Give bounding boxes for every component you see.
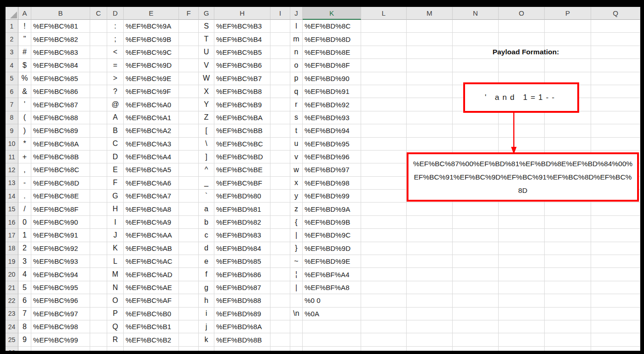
cell-O1[interactable]	[499, 20, 545, 33]
cell-M25[interactable]	[407, 333, 453, 346]
cell-H12[interactable]: %EF%BC%BE	[214, 163, 270, 176]
cell-D3[interactable]: <	[107, 46, 124, 59]
cell-C12[interactable]	[90, 163, 107, 176]
cell-P16[interactable]	[545, 216, 591, 229]
cell-H4[interactable]: %EF%BC%B6	[214, 59, 270, 72]
cell-M6[interactable]	[407, 85, 453, 98]
cell-K22[interactable]: %0 0	[303, 294, 361, 307]
cell-F2[interactable]	[179, 33, 199, 46]
cell-L14[interactable]	[361, 190, 407, 203]
cell-F17[interactable]	[179, 229, 199, 242]
cell-A18[interactable]: 2	[18, 242, 31, 255]
cell-J24[interactable]	[290, 320, 303, 333]
cell-L11[interactable]	[361, 151, 407, 163]
cell-A7[interactable]: '	[18, 98, 31, 111]
cell-P10[interactable]	[545, 138, 591, 151]
cell-L26[interactable]	[361, 347, 407, 351]
cell-D17[interactable]: J	[107, 229, 124, 242]
row-header-24[interactable]: 24	[6, 320, 18, 333]
cell-I21[interactable]	[270, 281, 290, 294]
cell-L7[interactable]	[361, 98, 407, 111]
cell-D7[interactable]: @	[107, 98, 124, 111]
cell-E3[interactable]: %EF%BC%9C	[124, 46, 179, 59]
cell-E10[interactable]: %EF%BC%A3	[124, 138, 179, 151]
cell-C25[interactable]	[90, 333, 107, 346]
cell-A12[interactable]: ,	[18, 163, 31, 176]
cell-C19[interactable]	[90, 255, 107, 268]
cell-F23[interactable]	[179, 308, 199, 320]
cell-F26[interactable]	[179, 347, 199, 351]
cell-M20[interactable]	[407, 268, 453, 281]
cell-Q19[interactable]	[591, 255, 640, 268]
cell-A21[interactable]: 5	[18, 281, 31, 294]
cell-F4[interactable]	[179, 59, 199, 72]
column-header-J[interactable]: J	[290, 7, 303, 20]
cell-C18[interactable]	[90, 242, 107, 255]
cell-E6[interactable]: %EF%BC%9F	[124, 85, 179, 98]
cell-F13[interactable]	[179, 177, 199, 190]
cell-Q20[interactable]	[591, 268, 640, 281]
cell-N24[interactable]	[453, 320, 499, 333]
cell-D9[interactable]: B	[107, 124, 124, 137]
cell-C20[interactable]	[90, 268, 107, 281]
cell-I15[interactable]	[270, 203, 290, 215]
cell-L1[interactable]	[361, 20, 407, 33]
cell-D26[interactable]	[107, 347, 124, 351]
cell-C8[interactable]	[90, 111, 107, 124]
cell-G11[interactable]: ]	[199, 151, 214, 163]
cell-O10[interactable]	[499, 138, 545, 151]
cell-M22[interactable]	[407, 294, 453, 307]
cell-E9[interactable]: %EF%BC%A2	[124, 124, 179, 137]
cell-B1[interactable]: %EF%BC%81	[31, 20, 90, 33]
cell-D16[interactable]: I	[107, 216, 124, 229]
cell-B25[interactable]: %EF%BC%99	[31, 333, 90, 346]
cell-A1[interactable]: !	[18, 20, 31, 33]
cell-K19[interactable]: %EF%BD%9E	[303, 255, 361, 268]
cell-L24[interactable]	[361, 320, 407, 333]
cell-K14[interactable]: %EF%BD%99	[303, 190, 361, 203]
cell-P24[interactable]	[545, 320, 591, 333]
row-header-23[interactable]: 23	[6, 308, 18, 320]
cell-G2[interactable]: T	[199, 33, 214, 46]
cell-H17[interactable]: %EF%BD%83	[214, 229, 270, 242]
cell-I11[interactable]	[270, 151, 290, 163]
cell-J4[interactable]: o	[290, 59, 303, 72]
cell-J11[interactable]: v	[290, 151, 303, 163]
cell-M4[interactable]	[407, 59, 453, 72]
cell-D15[interactable]: H	[107, 203, 124, 215]
cell-I4[interactable]	[270, 59, 290, 72]
cell-C2[interactable]	[90, 33, 107, 46]
cell-M17[interactable]	[407, 229, 453, 242]
cell-P19[interactable]	[545, 255, 591, 268]
cell-H3[interactable]: %EF%BC%B5	[214, 46, 270, 59]
cell-A17[interactable]: 1	[18, 229, 31, 242]
cell-Q15[interactable]	[591, 203, 640, 215]
cell-C26[interactable]	[90, 347, 107, 351]
cell-P22[interactable]	[545, 294, 591, 307]
cell-I16[interactable]	[270, 216, 290, 229]
cell-F3[interactable]	[179, 46, 199, 59]
row-header-11[interactable]: 11	[6, 151, 18, 163]
cell-E25[interactable]: %EF%BC%B2	[124, 333, 179, 346]
cell-Q24[interactable]	[591, 320, 640, 333]
cell-D18[interactable]: K	[107, 242, 124, 255]
cell-J9[interactable]: t	[290, 124, 303, 137]
cell-P25[interactable]	[545, 333, 591, 346]
cell-O17[interactable]	[499, 229, 545, 242]
cell-L12[interactable]	[361, 163, 407, 176]
cell-B22[interactable]: %EF%BC%96	[31, 294, 90, 307]
cell-Q5[interactable]	[591, 72, 640, 85]
cell-F10[interactable]	[179, 138, 199, 151]
row-header-19[interactable]: 19	[6, 255, 18, 268]
cell-P26[interactable]	[545, 347, 591, 351]
cell-I2[interactable]	[270, 33, 290, 46]
cell-M8[interactable]	[407, 111, 453, 124]
cell-C21[interactable]	[90, 281, 107, 294]
cell-C3[interactable]	[90, 46, 107, 59]
cell-K26[interactable]	[303, 347, 361, 351]
cell-K9[interactable]: %EF%BD%94	[303, 124, 361, 137]
cell-Q16[interactable]	[591, 216, 640, 229]
cell-N25[interactable]	[453, 333, 499, 346]
column-header-H[interactable]: H	[214, 7, 270, 20]
cell-A16[interactable]: 0	[18, 216, 31, 229]
